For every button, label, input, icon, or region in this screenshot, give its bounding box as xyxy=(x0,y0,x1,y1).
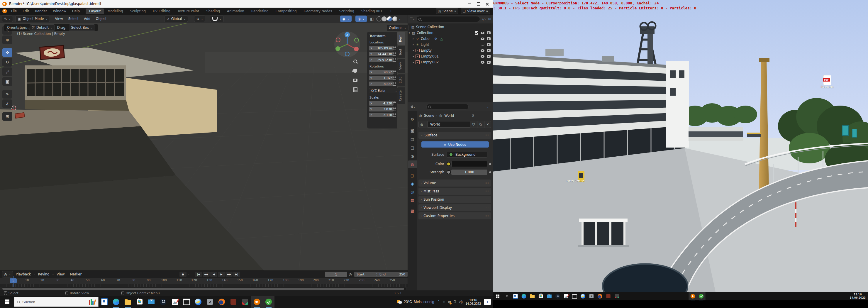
taskbar-icon-paint-tool[interactable] xyxy=(613,291,621,300)
outliner-row-scene-collection[interactable]: ▤ Scene Collection xyxy=(408,24,493,30)
scene-selector[interactable]: ◳ Scene ✕ xyxy=(436,8,458,14)
disclosure-icon[interactable]: ▸ xyxy=(412,49,415,52)
camera-view-icon[interactable] xyxy=(351,76,359,84)
timeline-ruler[interactable]: 1 10 20 30 40 50 60 70 80 90 100 110 120… xyxy=(0,278,408,284)
taskbar-icon-firestorm-viewer[interactable] xyxy=(216,296,227,308)
jump-to-start-button[interactable]: |◀ xyxy=(195,272,202,277)
outliner-search-input[interactable] xyxy=(416,16,480,22)
transform-panel-title[interactable]: Transform xyxy=(370,34,385,38)
taskbar-icon-google-earth[interactable] xyxy=(579,291,587,300)
3d-viewport[interactable]: User Perspective (1) Scene Collection | … xyxy=(0,23,408,271)
menu-playback[interactable]: Playback xyxy=(13,272,33,276)
menu-window[interactable]: Window xyxy=(50,9,69,13)
strength-slider[interactable]: 1.000 xyxy=(451,170,487,175)
taskbar-icon-archive-tool[interactable]: 2 xyxy=(204,296,216,308)
view-layer-selector[interactable]: ❏ ViewLayer ▣ xyxy=(461,8,490,14)
pan-hand-icon[interactable] xyxy=(351,67,359,74)
location-y-field[interactable]: Y74.441 m xyxy=(369,52,394,56)
start-button-right[interactable] xyxy=(493,291,503,300)
tab-scripting[interactable]: Scripting xyxy=(336,8,358,14)
sidebar-tab-tool[interactable]: Tool xyxy=(397,46,405,58)
taskbar-icon-green-check-app[interactable] xyxy=(263,296,275,308)
camera-visibility-icon[interactable] xyxy=(487,31,491,34)
timeline-ticks[interactable] xyxy=(0,284,408,287)
mist-pass-panel-header[interactable]: ›Mist Pass∷∷ xyxy=(418,188,491,195)
menu-help[interactable]: Help xyxy=(69,9,83,13)
breadcrumb-scene[interactable]: Scene xyxy=(424,114,434,118)
animate-decorator-icon[interactable] xyxy=(489,171,491,173)
lock-icon[interactable] xyxy=(393,83,396,86)
pivot-point-dropdown[interactable]: ⊙⌄ xyxy=(194,16,205,22)
sidebar-tab-view[interactable]: View xyxy=(397,59,405,73)
clock-right[interactable]: 13:16 14.06.2023 xyxy=(850,293,866,299)
taskbar-icon-microsoft-store[interactable] xyxy=(537,291,545,300)
tray-network-icon[interactable]: ⌸ xyxy=(454,300,456,304)
eye-icon[interactable] xyxy=(480,61,485,64)
simulator-window[interactable]: GNMODUS - Select Node - Cursorposition: … xyxy=(493,0,868,292)
taskbar-icon-firestorm-viewer[interactable] xyxy=(596,291,604,300)
camera-visibility-icon[interactable] xyxy=(487,43,491,46)
shading-solid-icon[interactable] xyxy=(382,17,387,22)
value-socket-icon[interactable] xyxy=(446,170,451,174)
eye-icon[interactable] xyxy=(480,32,485,34)
outliner-row-cube[interactable]: ▸ ▽ Cube ⚙ △ xyxy=(408,36,493,42)
taskbar-icon-blender[interactable] xyxy=(251,296,263,308)
zoom-icon[interactable] xyxy=(351,58,359,65)
world-browse-button[interactable]: ◍⌄ xyxy=(418,121,428,128)
tab-render-properties[interactable]: ◙ xyxy=(408,126,417,134)
options-button[interactable]: Options⌄ xyxy=(386,25,408,31)
taskbar-icon-map-tool[interactable] xyxy=(604,291,613,300)
use-nodes-button[interactable]: ⧈ Use Nodes xyxy=(422,142,489,148)
tab-geometry-nodes[interactable]: Geometry Nodes xyxy=(300,8,336,14)
tab-texture-properties[interactable]: ▩ xyxy=(408,207,417,214)
taskbar-icon-microsoft-store[interactable] xyxy=(134,296,146,308)
weather-widget[interactable]: 23°C Meist sonnig xyxy=(397,300,434,304)
disclosure-icon[interactable]: ▸ xyxy=(412,55,415,58)
properties-options-icon[interactable]: ⌄ xyxy=(487,105,489,108)
snap-dropdown[interactable]: ⌄ xyxy=(210,16,224,22)
frame-start-field[interactable]: Start1 xyxy=(354,272,381,277)
disclosure-icon[interactable]: ▸ xyxy=(412,43,415,46)
rotate-tool[interactable]: ↻ xyxy=(2,58,12,67)
taskbar-icon-file-explorer[interactable] xyxy=(528,291,537,300)
auto-keying-record-icon[interactable]: ● xyxy=(180,272,186,277)
tab-sculpting[interactable]: Sculpting xyxy=(126,8,149,14)
disclosure-icon[interactable]: ▸ xyxy=(412,61,415,64)
viewport-display-panel-header[interactable]: ›Viewport Display∷∷ xyxy=(418,204,491,211)
taskbar-icon-steam[interactable] xyxy=(157,296,169,308)
play-reverse-button[interactable]: ◀ xyxy=(210,272,217,277)
lock-icon[interactable] xyxy=(393,77,396,80)
tab-object-data-properties[interactable]: ▦ xyxy=(408,196,417,204)
shading-wireframe-icon[interactable] xyxy=(376,17,381,22)
tab-shading[interactable]: Shading xyxy=(203,8,223,14)
taskbar-icon-steam[interactable] xyxy=(553,291,562,300)
rotation-z-field[interactable]: Z89.8° xyxy=(369,82,394,86)
prev-keyframe-button[interactable]: ◀◆ xyxy=(203,272,210,277)
taskbar-icon-edge-browser[interactable] xyxy=(110,296,122,308)
outliner-editor-icon[interactable]: ☰⌄ xyxy=(410,17,415,21)
start-button[interactable] xyxy=(0,296,14,308)
lock-icon[interactable] xyxy=(393,59,396,62)
transform-tool[interactable]: ▣ xyxy=(2,77,12,86)
tab-object-properties[interactable]: ▢ xyxy=(408,172,417,179)
camera-visibility-icon[interactable] xyxy=(487,49,491,52)
lock-icon[interactable] xyxy=(393,47,396,50)
taskbar-icon-google-earth[interactable] xyxy=(192,296,204,308)
menu-view[interactable]: View xyxy=(52,17,65,21)
color-swatch-field[interactable] xyxy=(451,161,487,167)
stopwatch-icon[interactable]: ◷ xyxy=(349,272,352,276)
ortho-toggle-icon[interactable] xyxy=(351,86,359,93)
tab-physics-properties[interactable]: ◉ xyxy=(408,180,417,187)
outliner-row-empty-002[interactable]: ▸ ▴ Empty.002 xyxy=(408,59,493,65)
tab-layout[interactable]: Layout xyxy=(86,8,104,14)
frame-end-field[interactable]: End250 xyxy=(377,272,408,277)
rotation-y-field[interactable]: Y1.07° xyxy=(369,76,394,81)
disclosure-open-icon[interactable]: ▾ xyxy=(408,31,411,34)
tab-compositing[interactable]: Compositing xyxy=(272,8,300,14)
lock-icon[interactable] xyxy=(393,53,396,56)
pdf-desktop-icon-label[interactable]: Roadside xyxy=(816,85,838,88)
lock-icon[interactable] xyxy=(393,71,396,74)
taskbar-icon-photos[interactable] xyxy=(169,296,181,308)
custom-properties-panel-header[interactable]: ›Custom Properties∷∷ xyxy=(418,212,491,219)
sidebar-tab-item[interactable]: Item xyxy=(397,32,405,45)
